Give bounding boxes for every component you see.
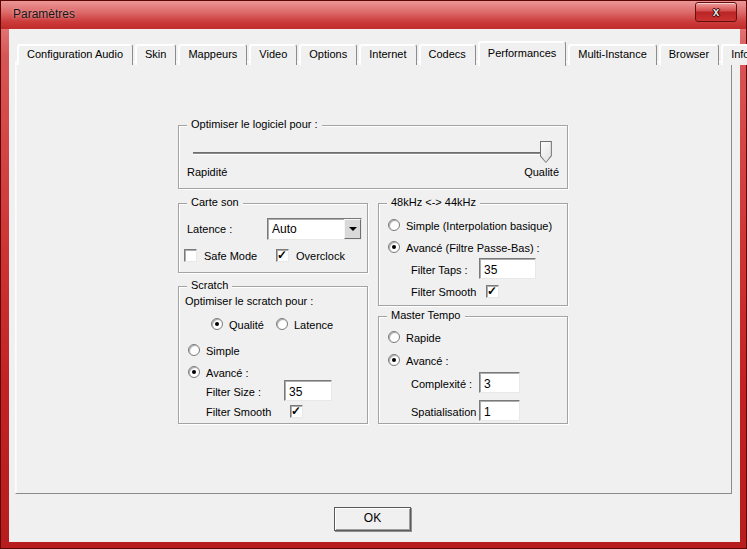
tempo-advanced-radio[interactable] [388,354,400,366]
spatialization-input[interactable] [479,400,520,421]
tab-strip: Configuration Audio Skin Mappeurs Video … [17,40,747,65]
ok-button[interactable]: OK [334,507,411,531]
window-frame: Paramètres x Configuration Audio Skin Ma… [0,0,747,549]
overclock-label: Overclock [296,250,345,262]
filter-taps-label: Filter Taps : [411,264,468,276]
close-icon: x [696,3,736,21]
resample-advanced-label: Avancé (Filtre Passe-Bas) : [406,242,540,254]
master-tempo-group: Master Tempo Rapide Avancé : Complexité … [378,316,568,424]
tab-configuration-audio[interactable]: Configuration Audio [17,44,133,65]
tempo-advanced-label: Avancé : [406,355,449,367]
safe-mode-label: Safe Mode [204,250,257,262]
resample-advanced-radio[interactable] [388,241,400,253]
safe-mode-checkbox[interactable]: ✓ [184,249,197,262]
resample-group: 48kHz <-> 44kHz Simple (Interpolation ba… [378,203,568,306]
scratch-filter-smooth-checkbox[interactable]: ✓ [290,405,303,418]
scratch-latency-label: Latence [294,319,333,331]
optimize-software-group: Optimiser le logiciel pour : Rapidité Qu… [178,125,568,189]
tab-performances[interactable]: Performances [478,41,566,66]
complexity-label: Complexité : [411,378,472,390]
tempo-fast-radio[interactable] [388,331,400,343]
tab-skin[interactable]: Skin [135,44,176,65]
sound-card-group-title: Carte son [187,196,243,208]
tab-browser[interactable]: Browser [659,44,719,65]
resample-group-title: 48kHz <-> 44kHz [387,196,480,208]
master-tempo-group-title: Master Tempo [387,309,465,321]
complexity-input[interactable] [479,372,520,393]
slider-right-label: Qualité [524,166,559,178]
parametres-dialog: { "window": { "title": "Paramètres", "cl… [0,0,747,549]
resample-filter-smooth-label: Filter Smooth [411,286,476,298]
titlebar[interactable]: Paramètres x [1,1,746,29]
tab-video[interactable]: Video [249,44,297,65]
window-title: Paramètres [13,7,75,21]
spatialization-label: Spatialisation : [411,406,483,418]
latency-dropdown[interactable]: Auto [267,218,362,240]
resample-filter-smooth-checkbox[interactable]: ✓ [486,285,499,298]
tab-multi-instance[interactable]: Multi-Instance [568,44,656,65]
slider-left-label: Rapidité [187,166,227,178]
dropdown-arrow-button[interactable] [344,219,361,239]
tab-options[interactable]: Options [299,44,357,65]
close-button[interactable]: x [695,2,737,22]
overclock-checkbox[interactable]: ✓ [276,249,289,262]
latency-dropdown-value: Auto [268,222,344,236]
sound-card-group: Carte son Latence : Auto ✓ Safe Mode ✓ O… [178,203,368,273]
filter-size-label: Filter Size : [206,386,261,398]
tab-infos[interactable]: Infos [721,44,747,65]
resample-simple-radio[interactable] [388,219,400,231]
scratch-latency-radio[interactable] [276,318,288,330]
dialog-client-area: Configuration Audio Skin Mappeurs Video … [9,29,740,542]
tab-internet[interactable]: Internet [359,44,416,65]
scratch-quality-radio[interactable] [211,318,223,330]
filter-size-input[interactable] [284,380,332,401]
resample-simple-label: Simple (Interpolation basique) [406,220,552,232]
tempo-fast-label: Rapide [406,332,441,344]
scratch-group-title: Scratch [187,279,232,291]
scratch-quality-label: Qualité [229,319,264,331]
scratch-filter-smooth-label: Filter Smooth [206,406,271,418]
latency-label: Latence : [187,223,232,235]
filter-taps-input[interactable] [479,258,536,279]
scratch-group: Scratch Optimiser le scratch pour : Qual… [178,286,368,424]
scratch-advanced-label: Avancé : [206,367,249,379]
optimize-group-title: Optimiser le logiciel pour : [187,118,322,130]
scratch-optimize-label: Optimiser le scratch pour : [185,295,313,307]
scratch-advanced-radio[interactable] [188,366,200,378]
chevron-down-icon [349,227,357,235]
scratch-simple-radio[interactable] [188,344,200,356]
tab-codecs[interactable]: Codecs [419,44,476,65]
quality-speed-slider-thumb[interactable] [540,141,552,163]
scratch-simple-label: Simple [206,345,240,357]
performances-tab-page: Optimiser le logiciel pour : Rapidité Qu… [15,61,732,494]
tab-mappeurs[interactable]: Mappeurs [178,44,247,65]
quality-speed-slider-track[interactable] [193,152,551,155]
